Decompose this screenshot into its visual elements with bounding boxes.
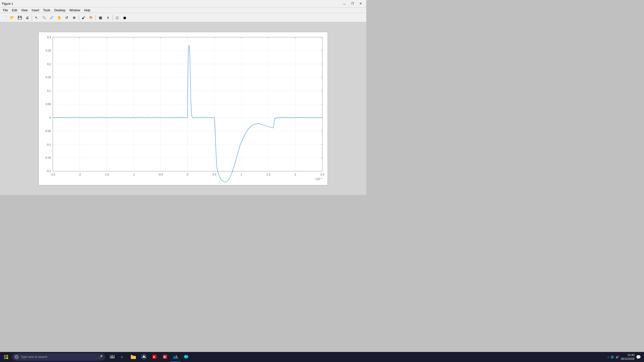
separator-4 [112, 15, 113, 20]
ylabel-n015: -0.15 [45, 156, 51, 159]
xlabel-25: 2.5 [320, 173, 324, 176]
menu-file[interactable]: File [1, 8, 10, 13]
ylabel-010: 0.1 [47, 89, 51, 92]
menu-desktop[interactable]: Desktop [52, 8, 67, 13]
plot-container: 0.3 0.25 0.2 0.15 0.1 0.05 0 -0.05 -0.1 … [38, 32, 328, 185]
ylabel-n020: -0.2 [46, 169, 51, 172]
save-button[interactable]: 💾 [16, 14, 23, 21]
xlabel-multiplier: ×10⁻⁴ [315, 177, 323, 180]
brush-button[interactable]: 🖌 [80, 14, 87, 21]
hide-axes-button[interactable]: ◻ [114, 14, 121, 21]
ylabel-020: 0.2 [47, 63, 51, 66]
xlabel-0: 0 [187, 173, 188, 176]
xlabel-10: 1 [241, 173, 242, 176]
cursor-button[interactable]: ↖ [33, 14, 40, 21]
xlabel-15: 1.5 [266, 173, 270, 176]
window-controls: — ❐ ✕ [341, 1, 364, 6]
legend-button[interactable]: ≡ [104, 14, 111, 21]
separator-3 [96, 15, 96, 20]
xlabel-n15: -1.5 [104, 173, 109, 176]
plot-svg: 0.3 0.25 0.2 0.15 0.1 0.05 0 -0.05 -0.1 … [39, 32, 328, 185]
tight-layout-button[interactable]: ◼ [121, 14, 128, 21]
ylabel-015: 0.15 [46, 76, 51, 79]
xlabel-20: 2 [295, 173, 296, 176]
toolbar: 📄 📂 💾 🖨 ↖ 🔍 🔎 ✋ ↺ ⊕ 🖌 🎨 ▦ ≡ ◻ ◼ [0, 13, 366, 22]
title-bar: Figure 1 — ❐ ✕ [0, 0, 366, 8]
ylabel-025: 0.25 [46, 49, 51, 52]
ylabel-n005: -0.05 [45, 129, 51, 132]
menu-tools[interactable]: Tools [41, 8, 52, 13]
ylabel-030: 0.3 [47, 36, 51, 39]
menu-insert[interactable]: Insert [30, 8, 41, 13]
main-content: 0.3 0.25 0.2 0.15 0.1 0.05 0 -0.05 -0.1 … [0, 22, 366, 195]
ylabel-n010: -0.1 [46, 143, 51, 146]
open-button[interactable]: 📂 [9, 14, 16, 21]
window-title: Figure 1 [2, 2, 13, 6]
zoom-out-button[interactable]: 🔎 [48, 14, 55, 21]
minimize-button[interactable]: — [341, 1, 348, 6]
pan-button[interactable]: ✋ [56, 14, 63, 21]
xlabel-05: 0.5 [213, 173, 216, 176]
menu-bar: File Edit View Insert Tools Desktop Wind… [0, 8, 366, 13]
colormap-button[interactable]: 🎨 [88, 14, 95, 21]
insert-colorbar-button[interactable]: ▦ [97, 14, 104, 21]
menu-help[interactable]: Help [82, 8, 93, 13]
ylabel-000: 0 [50, 116, 51, 119]
maximize-button[interactable]: ❐ [349, 1, 356, 6]
xlabel-n05: -0.5 [158, 173, 163, 176]
menu-view[interactable]: View [19, 8, 30, 13]
new-figure-button[interactable]: 📄 [1, 14, 8, 21]
separator-1 [32, 15, 32, 20]
menu-window[interactable]: Window [67, 8, 82, 13]
separator-2 [79, 15, 79, 20]
print-button[interactable]: 🖨 [24, 14, 31, 21]
xlabel-n10: -1 [132, 173, 135, 176]
menu-edit[interactable]: Edit [10, 8, 19, 13]
xlabel-n20: -2 [78, 173, 81, 176]
xlabel-n25: -2.5 [50, 173, 55, 176]
ylabel-005: 0.05 [46, 103, 51, 106]
close-button[interactable]: ✕ [357, 1, 364, 6]
zoom-in-button[interactable]: 🔍 [41, 14, 48, 21]
data-cursor-button[interactable]: ⊕ [71, 14, 78, 21]
rotate-button[interactable]: ↺ [63, 14, 70, 21]
